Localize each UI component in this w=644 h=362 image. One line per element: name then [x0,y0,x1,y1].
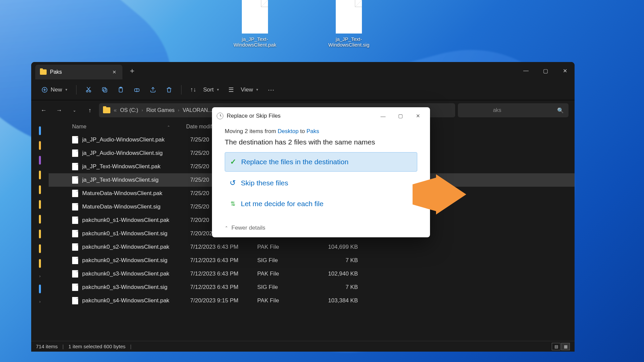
quick-access-pin[interactable] [39,141,41,150]
rename-button[interactable] [129,84,144,96]
file-name: ja_JP_Text-WindowsClient.sig [82,177,190,183]
file-icon [72,136,78,143]
sort-button[interactable]: ↑↓ Sort▾ [186,83,223,96]
quick-access-pin[interactable] [39,244,41,253]
file-row[interactable]: pakchunk0_s3-WindowsClient.sig7/12/2023 … [49,281,575,294]
compare-icon: ⇅ [229,200,236,207]
view-details-icon[interactable]: ▤ [552,343,560,350]
file-type: PAK File [257,244,311,250]
file-name: ja_JP_Text-WindowsClient.pak [82,163,190,170]
clock-icon [217,113,223,119]
dialog-headline: The destination has 2 files with the sam… [225,138,417,146]
search-input[interactable]: Search Paks aks 🔍 [458,103,569,117]
file-icon [72,176,78,184]
file-name: MatureData-WindowsClient.pak [82,190,190,197]
file-name: pakchunk0_s1-WindowsClient.pak [82,217,190,224]
file-icon [72,217,78,224]
status-item-count: 714 items [36,344,58,349]
tab-paks[interactable]: Paks ✕ [35,65,122,79]
file-type: PAK File [257,297,311,304]
file-name: MatureData-WindowsClient.sig [82,203,190,210]
file-row[interactable]: pakchunk0_s2-WindowsClient.pak7/12/2023 … [49,240,575,254]
view-button[interactable]: ☰ View▾ [224,83,262,96]
quick-access-pin[interactable] [39,285,41,293]
dialog-minimize-button[interactable]: ― [376,111,390,121]
copy-button[interactable] [97,84,112,96]
new-button[interactable]: New▾ [37,84,71,96]
new-tab-button[interactable]: ＋ [128,66,136,76]
file-icon [72,257,78,264]
file-date: 7/12/2023 6:43 PM [190,284,257,291]
file-name: ja_JP_Audio-WindowsClient.pak [82,136,190,143]
paste-button[interactable] [113,84,128,96]
file-size: 104,699 KB [311,244,358,250]
file-icon [72,284,78,291]
quick-access-pin[interactable] [39,156,41,165]
file-icon [72,163,78,170]
file-type: SIG File [257,284,311,291]
link-paks[interactable]: Paks [307,128,319,134]
file-row[interactable]: pakchunk0_s2-WindowsClient.sig7/12/2023 … [49,254,575,267]
quick-access-pin[interactable] [39,259,41,268]
crumb-drive[interactable]: OS (C:) [120,107,138,113]
file-name: ja_JP_Audio-WindowsClient.sig [82,150,190,157]
quick-access-pin[interactable] [39,215,41,224]
file-size: 7 KB [311,284,358,291]
desktop-file-pak[interactable]: ja_JP_Text-WindowsClient.pak [231,0,278,48]
minimize-button[interactable]: ― [516,62,536,79]
desktop-file-label: ja_JP_Text-WindowsClient.pak [231,36,278,48]
file-icon [72,297,78,304]
file-date: 7/20/2023 9:15 PM [190,297,257,304]
desktop-file-sig[interactable]: ja_JP_Text-WindowsClient.sig [325,0,372,48]
back-button[interactable]: ← [37,104,50,117]
option-decide[interactable]: ⇅ Let me decide for each file [225,194,417,213]
file-name: pakchunk0_s3-WindowsClient.pak [82,270,190,277]
dialog-close-button[interactable]: ✕ [411,111,425,121]
crumb-1[interactable]: Riot Games [146,107,174,113]
chevron-up-icon: ⌃ [225,226,228,230]
cut-button[interactable] [81,84,96,96]
forward-button[interactable]: → [53,104,65,117]
quick-access-pin[interactable] [39,230,41,238]
option-replace[interactable]: ✓ Replace the files in the destination [225,152,417,172]
maximize-button[interactable]: ▢ [536,62,555,79]
file-size: 102,940 KB [311,270,358,277]
undo-icon: ↻ [229,180,236,186]
dialog-moving-text: Moving 2 items from Desktop to Paks [225,128,417,135]
fewer-details-toggle[interactable]: ⌃ Fewer details [212,220,430,237]
close-window-button[interactable]: ✕ [555,62,575,79]
file-icon [72,149,78,157]
file-size: 7 KB [311,257,358,264]
file-row[interactable]: pakchunk0_s4-WindowsClient.pak7/20/2023 … [49,294,575,307]
svg-point-1 [86,90,88,92]
close-tab-icon[interactable]: ✕ [112,69,116,75]
delete-button[interactable] [162,84,176,96]
file-row[interactable]: pakchunk0_s3-WindowsClient.pak7/12/2023 … [49,267,575,281]
quick-access-pin[interactable] [39,200,41,209]
dialog-maximize-button[interactable]: ▢ [393,111,408,121]
recent-button[interactable]: ⌄ [68,104,81,117]
file-icon [72,230,78,237]
file-icon [242,0,268,34]
svg-rect-3 [104,88,107,92]
up-button[interactable]: ↑ [84,104,96,117]
dialog-title: Replace or Skip Files [227,113,372,119]
file-icon [336,0,362,34]
more-button[interactable]: ⋯ [264,83,278,97]
file-type: SIG File [257,257,311,264]
file-date: 7/12/2023 6:43 PM [190,270,257,277]
share-button[interactable] [146,84,160,96]
file-name: pakchunk0_s1-WindowsClient.sig [82,230,190,237]
quick-access-pin[interactable] [39,126,41,135]
quick-access-pin[interactable] [39,171,41,179]
quick-access-pin[interactable] [39,185,41,194]
file-icon [72,243,78,251]
desktop-file-label: ja_JP_Text-WindowsClient.sig [325,36,372,48]
crumb-2[interactable]: VALORAN... [183,107,213,113]
titlebar: Paks ✕ ＋ ― ▢ ✕ [31,62,575,79]
view-tiles-icon[interactable]: ▦ [561,343,570,350]
file-icon [72,270,78,278]
svg-point-2 [89,90,91,92]
option-skip[interactable]: ↻ Skip these files [225,174,417,192]
link-desktop[interactable]: Desktop [278,128,299,134]
